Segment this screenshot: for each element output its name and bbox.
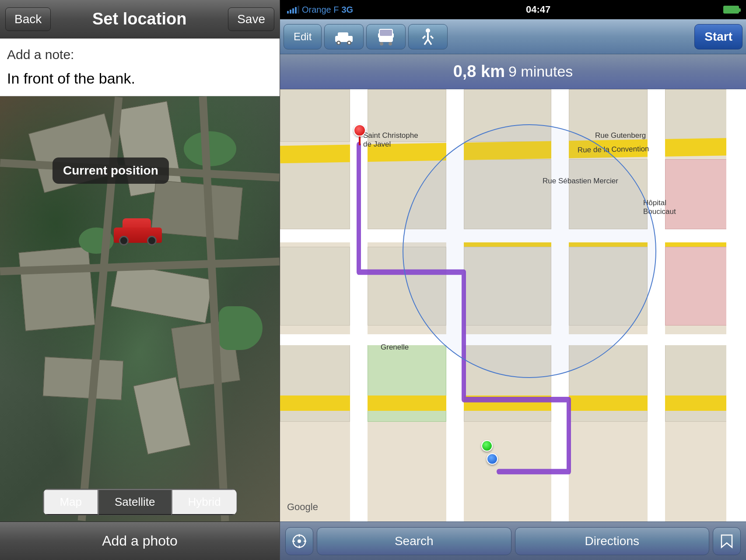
- map-block-11: [368, 247, 446, 326]
- svg-rect-7: [380, 30, 392, 36]
- map-block-6: [280, 159, 350, 229]
- svg-point-19: [298, 539, 301, 543]
- battery-icon: [723, 6, 739, 14]
- pin-red-circle: [354, 124, 366, 136]
- nav-toolbar: Edit: [280, 19, 746, 54]
- pin-green-circle: [481, 440, 493, 452]
- pin-red: [354, 124, 366, 145]
- white-road-v1: [350, 89, 368, 522]
- location-button[interactable]: [285, 527, 313, 555]
- svg-point-5: [348, 42, 350, 44]
- green-area-3: [219, 306, 263, 350]
- pin-blue: [487, 453, 498, 465]
- white-road-v4: [648, 89, 665, 522]
- note-text[interactable]: In front of the bank.: [7, 66, 273, 91]
- status-right: [723, 6, 739, 14]
- pin-blue-circle: [487, 453, 498, 465]
- svg-rect-1: [338, 32, 348, 38]
- bus-transport-icon: [376, 27, 396, 46]
- google-watermark: Google: [287, 501, 318, 513]
- building-5: [111, 263, 213, 323]
- white-road-h2: [280, 334, 746, 345]
- walk-transport-icon: [418, 27, 438, 46]
- add-photo-bar[interactable]: Add a photo: [0, 522, 280, 560]
- page-title: Set location: [51, 10, 228, 28]
- distance-bar: 0,8 km 9 minutes: [280, 54, 746, 89]
- pin-red-stem: [359, 136, 361, 145]
- note-label: Add a note:: [7, 47, 273, 62]
- map-block-4: [569, 89, 648, 142]
- signal-bar-1: [287, 11, 289, 14]
- walk-transport-button[interactable]: [408, 24, 448, 49]
- google-map-container[interactable]: Rue de la Convention Grenelle HôpitalBou…: [280, 89, 746, 522]
- map-type-bar: Map Satellite Hybrid: [42, 489, 237, 515]
- white-road-v5: [726, 89, 746, 522]
- distance-km: 0,8 km: [453, 62, 505, 81]
- building-3: [151, 180, 243, 240]
- map-block-12: [464, 247, 551, 326]
- svg-point-12: [426, 28, 430, 33]
- map-block-8: [464, 159, 551, 229]
- edit-button[interactable]: Edit: [284, 24, 322, 49]
- bookmark-icon: [719, 533, 735, 549]
- bus-transport-button[interactable]: [366, 24, 406, 49]
- note-section: Add a note: In front of the bank.: [0, 38, 280, 96]
- bottom-toolbar: Search Directions: [280, 522, 746, 560]
- map-block-9: [569, 159, 648, 229]
- white-road-v2: [446, 89, 464, 522]
- search-button[interactable]: Search: [317, 527, 511, 555]
- add-photo-label: Add a photo: [102, 533, 178, 549]
- svg-line-15: [428, 39, 431, 45]
- map-type-satellite[interactable]: Satellite: [98, 489, 172, 515]
- svg-point-3: [338, 42, 340, 44]
- map-block-7: [368, 159, 446, 229]
- status-time: 04:47: [526, 4, 550, 15]
- signal-bar-2: [290, 10, 291, 14]
- white-road-h1: [280, 229, 746, 242]
- white-road-v3: [551, 89, 569, 522]
- svg-line-17: [431, 36, 433, 38]
- signal-bars: [287, 6, 299, 14]
- google-map[interactable]: Rue de la Convention Grenelle HôpitalBou…: [280, 89, 746, 522]
- network-type: 3G: [341, 5, 353, 15]
- map-block-10: [280, 247, 350, 326]
- nav-bar: Back Set location Save: [0, 0, 280, 38]
- car-wheel-left: [119, 236, 129, 245]
- status-bar: Orange F 3G 04:47: [280, 0, 746, 19]
- directions-button[interactable]: Directions: [515, 527, 710, 555]
- map-block-1: [280, 89, 350, 142]
- car-wheel-right: [147, 236, 157, 245]
- status-left: Orange F 3G: [287, 5, 353, 15]
- svg-rect-10: [378, 33, 380, 38]
- distance-time: 9 minutes: [508, 63, 573, 80]
- pin-green: [481, 440, 493, 452]
- signal-bar-4: [295, 7, 297, 14]
- car-transport-button[interactable]: [324, 24, 364, 49]
- map-block-3: [464, 89, 551, 142]
- back-button[interactable]: Back: [5, 7, 51, 31]
- svg-point-8: [380, 42, 383, 46]
- current-position-box: Current position: [53, 158, 169, 184]
- building-7: [43, 357, 123, 400]
- svg-line-14: [424, 39, 428, 45]
- signal-bar-5: [298, 6, 299, 14]
- map-type-hybrid[interactable]: Hybrid: [171, 489, 236, 515]
- carrier-name: Orange F: [302, 5, 339, 15]
- current-position-label: Current position: [63, 164, 158, 177]
- save-button[interactable]: Save: [228, 7, 274, 31]
- bookmark-button[interactable]: [713, 527, 741, 555]
- map-block-13: [569, 247, 648, 326]
- left-panel: Back Set location Save Add a note: In fr…: [0, 0, 280, 560]
- signal-bar-3: [292, 8, 294, 14]
- map-block-2: [368, 89, 446, 142]
- svg-point-9: [389, 42, 392, 46]
- satellite-map[interactable]: Current position Map Satellite Hybrid: [0, 96, 280, 522]
- car-transport-icon: [334, 29, 354, 45]
- svg-rect-11: [392, 33, 394, 38]
- start-button[interactable]: Start: [694, 24, 742, 49]
- car-icon: [114, 219, 162, 243]
- svg-line-16: [423, 36, 425, 38]
- building-4: [18, 246, 95, 331]
- location-icon: [291, 533, 307, 549]
- map-type-map[interactable]: Map: [43, 489, 98, 515]
